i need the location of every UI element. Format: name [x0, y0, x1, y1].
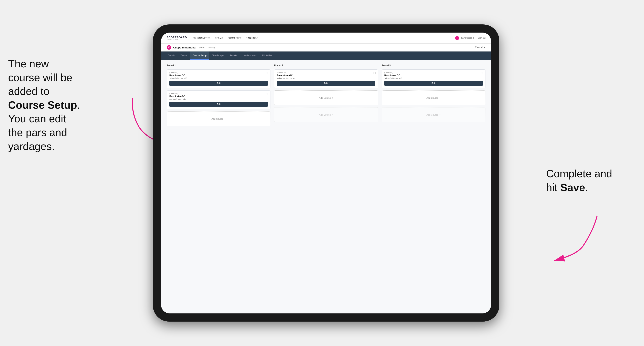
round3-add-course-active[interactable]: Add Course +	[382, 90, 486, 105]
round3-course-a-edit[interactable]: Edit	[384, 81, 483, 86]
user-avatar	[455, 36, 459, 40]
tablet-frame: SCOREBOARD Powered by clippd TOURNAMENTS…	[153, 24, 499, 322]
round2-course-a-details: Yellow (M) (6629 yds)	[277, 77, 375, 79]
tournament-title: Clippd Invitational	[173, 46, 196, 49]
round1-course-a-badge: (Course A)	[169, 72, 268, 74]
round1-course-a-name: Peachtree GC	[169, 74, 268, 77]
sub-header: C Clippd Invitational (Men) Hosting Canc…	[161, 43, 491, 51]
scoreboard-brand: SCOREBOARD Powered by clippd	[167, 36, 187, 40]
round1-course-b-name: East Lake GC	[169, 95, 268, 98]
nav-left: SCOREBOARD Powered by clippd TOURNAMENTS…	[167, 36, 258, 40]
round1-course-a-card: ⊡ (Course A) Peachtree GC Yellow (M) (66…	[167, 69, 270, 88]
round-3-label: Round 3	[382, 64, 486, 67]
top-nav: SCOREBOARD Powered by clippd TOURNAMENTS…	[161, 32, 491, 43]
round3-add-course-disabled: Add Course +	[382, 107, 486, 122]
round3-course-a-details: Yellow (M) (6629 yds)	[384, 77, 483, 79]
clippd-logo: C	[167, 45, 171, 50]
rounds-grid: Round 1 ⊡ (Course A) Peachtree GC Yellow…	[167, 64, 486, 126]
brand-title: SCOREBOARD	[167, 36, 187, 39]
nav-rankings[interactable]: RANKINGS	[246, 37, 258, 39]
round-2-column: Round 2 ⊡ (Course A) Peachtree GC Yellow…	[274, 64, 378, 126]
brand-subtitle: Powered by clippd	[167, 39, 187, 40]
nav-teams[interactable]: TEAMS	[215, 37, 223, 39]
main-content: Round 1 ⊡ (Course A) Peachtree GC Yellow…	[161, 60, 491, 314]
round1-course-b-card: ⊡ (Course B) East Lake GC Black (M) (689…	[167, 90, 270, 109]
hosting-badge: Hosting	[208, 46, 214, 49]
round2-course-a-name: Peachtree GC	[277, 74, 375, 77]
cancel-button[interactable]: Cancel ✕	[475, 46, 486, 49]
tab-course-setup[interactable]: Course Setup	[190, 51, 209, 60]
tab-printables[interactable]: Printables	[260, 51, 275, 60]
round2-add-plus-icon: +	[332, 96, 333, 99]
round2-disabled-plus-icon: +	[332, 113, 333, 116]
round-1-column: Round 1 ⊡ (Course A) Peachtree GC Yellow…	[167, 64, 270, 126]
round1-add-course[interactable]: Add Course +	[167, 111, 270, 126]
nav-committee[interactable]: COMMITTEE	[228, 37, 242, 39]
tournament-gender: (Men)	[199, 46, 204, 49]
tablet-screen: SCOREBOARD Powered by clippd TOURNAMENTS…	[161, 32, 491, 314]
sign-out-link[interactable]: Sign out	[478, 37, 486, 39]
round1-course-a-edit[interactable]: Edit	[169, 81, 268, 86]
round2-course-a-delete[interactable]: ⊡	[373, 71, 376, 74]
tournament-name-row: C Clippd Invitational (Men) Hosting	[167, 45, 214, 50]
tab-tee-groups[interactable]: Tee Groups	[209, 51, 226, 60]
tab-leaderboards[interactable]: Leaderboards	[240, 51, 260, 60]
round3-add-plus-icon: +	[439, 96, 441, 99]
round3-course-a-card: ⊡ (Course A) Peachtree GC Yellow (M) (66…	[382, 69, 486, 88]
round3-course-a-delete[interactable]: ⊡	[480, 71, 484, 74]
round1-course-b-edit[interactable]: Edit	[169, 102, 268, 107]
round3-course-a-badge: (Course A)	[384, 72, 483, 74]
round1-course-b-details: Black (M) (6891 yds)	[169, 98, 268, 100]
round2-course-a-edit[interactable]: Edit	[277, 81, 375, 86]
round2-course-a-card: ⊡ (Course A) Peachtree GC Yellow (M) (66…	[274, 69, 378, 88]
round2-course-a-badge: (Course A)	[277, 72, 375, 74]
nav-links: TOURNAMENTS TEAMS COMMITTEE RANKINGS	[192, 37, 258, 39]
annotation-right: Complete and hit Save.	[546, 167, 632, 194]
round3-disabled-plus-icon: +	[439, 113, 441, 116]
tab-results[interactable]: Results	[226, 51, 240, 60]
round-2-label: Round 2	[274, 64, 378, 67]
tab-teams[interactable]: Teams	[178, 51, 190, 60]
round1-add-plus-icon: +	[224, 117, 226, 120]
nav-tournaments[interactable]: TOURNAMENTS	[192, 37, 210, 39]
round1-course-a-delete[interactable]: ⊡	[265, 71, 268, 74]
round-3-column: Round 3 ⊡ (Course A) Peachtree GC Yellow…	[382, 64, 486, 126]
tab-bar: Details Teams Course Setup Tee Groups Re…	[161, 51, 491, 60]
round2-add-course-active[interactable]: Add Course +	[274, 90, 378, 105]
arrow-right	[546, 214, 603, 263]
user-email: blair@clippd.io	[461, 37, 474, 39]
tab-details[interactable]: Details	[165, 51, 178, 60]
round1-course-b-delete[interactable]: ⊡	[265, 92, 268, 95]
round3-course-a-name: Peachtree GC	[384, 74, 483, 77]
nav-right: blair@clippd.io | Sign out	[455, 36, 486, 40]
round1-course-b-badge: (Course B)	[169, 93, 268, 95]
round1-course-a-details: Yellow (M) (6629 yds)	[169, 77, 268, 79]
round-1-label: Round 1	[167, 64, 270, 67]
round2-add-course-disabled: Add Course +	[274, 107, 378, 122]
annotation-left: The new course will be added to Course S…	[8, 57, 134, 153]
